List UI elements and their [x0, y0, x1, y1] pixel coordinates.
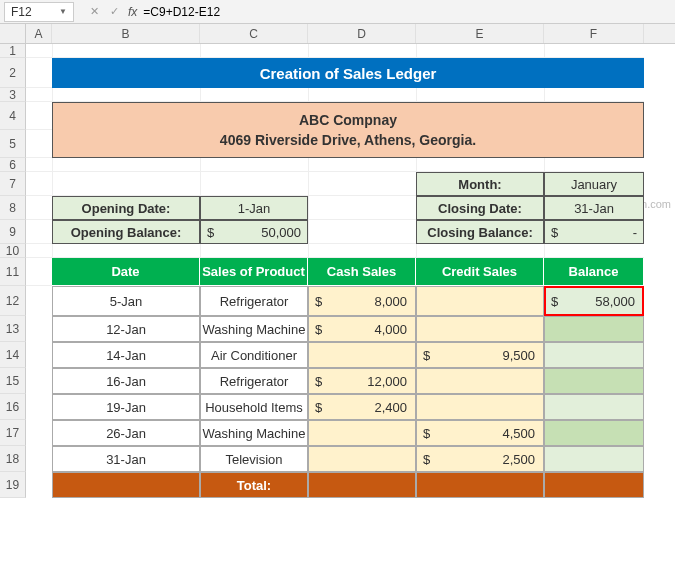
select-all-corner[interactable]	[0, 24, 26, 43]
row-header-3[interactable]: 3	[0, 88, 26, 102]
company-name: ABC Compnay	[299, 112, 397, 128]
table-header-cash: Cash Sales	[308, 258, 416, 286]
row-header-12[interactable]: 12	[0, 286, 26, 316]
row-header-5[interactable]: 5	[0, 130, 26, 158]
table-row-date[interactable]: 26-Jan	[52, 420, 200, 446]
col-header-E[interactable]: E	[416, 24, 544, 43]
total-blank	[52, 472, 200, 498]
row-header-2[interactable]: 2	[0, 58, 26, 88]
closing-date-label: Closing Date:	[416, 196, 544, 220]
table-row-balance[interactable]	[544, 342, 644, 368]
total-balance[interactable]	[544, 472, 644, 498]
table-row-credit[interactable]: $2,500	[416, 446, 544, 472]
table-row-credit[interactable]: $9,500	[416, 342, 544, 368]
formula-bar[interactable]	[141, 3, 675, 21]
accept-formula-button: ✓	[104, 2, 124, 22]
table-header-product: Sales of Product	[200, 258, 308, 286]
table-row-balance[interactable]: $58,000	[544, 286, 644, 316]
table-row-credit[interactable]	[416, 368, 544, 394]
opening-balance-label: Opening Balance:	[52, 220, 200, 244]
cancel-formula-button: ✕	[84, 2, 104, 22]
company-address: 4069 Riverside Drive, Athens, Georgia.	[220, 132, 476, 148]
table-row-date[interactable]: 19-Jan	[52, 394, 200, 420]
closing-balance-label: Closing Balance:	[416, 220, 544, 244]
table-row-balance[interactable]	[544, 316, 644, 342]
opening-date-label: Opening Date:	[52, 196, 200, 220]
month-label: Month:	[416, 172, 544, 196]
table-row-product[interactable]: Washing Machine	[200, 316, 308, 342]
row-header-6[interactable]: 6	[0, 158, 26, 172]
table-row-date[interactable]: 12-Jan	[52, 316, 200, 342]
table-row-date[interactable]: 16-Jan	[52, 368, 200, 394]
table-row-product[interactable]: Refrigerator	[200, 368, 308, 394]
closing-date-value[interactable]: 31-Jan	[544, 196, 644, 220]
table-row-cash[interactable]	[308, 420, 416, 446]
total-cash[interactable]	[308, 472, 416, 498]
row-header-17[interactable]: 17	[0, 420, 26, 446]
table-row-product[interactable]: Air Conditioner	[200, 342, 308, 368]
col-header-D[interactable]: D	[308, 24, 416, 43]
table-row-balance[interactable]	[544, 368, 644, 394]
table-row-cash[interactable]: $8,000	[308, 286, 416, 316]
cell-ref: F12	[11, 5, 32, 19]
table-row-credit[interactable]	[416, 316, 544, 342]
opening-date-value[interactable]: 1-Jan	[200, 196, 308, 220]
table-header-date: Date	[52, 258, 200, 286]
row-header-14[interactable]: 14	[0, 342, 26, 368]
table-row-cash[interactable]: $12,000	[308, 368, 416, 394]
table-row-cash[interactable]	[308, 342, 416, 368]
table-header-credit: Credit Sales	[416, 258, 544, 286]
table-row-cash[interactable]: $2,400	[308, 394, 416, 420]
row-header-13[interactable]: 13	[0, 316, 26, 342]
row-header-4[interactable]: 4	[0, 102, 26, 130]
row-header-19[interactable]: 19	[0, 472, 26, 498]
company-box: ABC Compnay 4069 Riverside Drive, Athens…	[52, 102, 644, 158]
table-row-date[interactable]: 5-Jan	[52, 286, 200, 316]
total-credit[interactable]	[416, 472, 544, 498]
row-header-15[interactable]: 15	[0, 368, 26, 394]
col-header-C[interactable]: C	[200, 24, 308, 43]
row-header-8[interactable]: 8	[0, 196, 26, 220]
row-header-9[interactable]: 9	[0, 220, 26, 244]
table-row-product[interactable]: Television	[200, 446, 308, 472]
table-header-balance: Balance	[544, 258, 644, 286]
row-header-1[interactable]: 1	[0, 44, 26, 58]
fx-icon[interactable]: fx	[128, 5, 137, 19]
row-header-10[interactable]: 10	[0, 244, 26, 258]
table-row-product[interactable]: Refrigerator	[200, 286, 308, 316]
table-row-balance[interactable]	[544, 394, 644, 420]
row-header-11[interactable]: 11	[0, 258, 26, 286]
col-header-F[interactable]: F	[544, 24, 644, 43]
col-header-B[interactable]: B	[52, 24, 200, 43]
opening-balance-value[interactable]: $ 50,000	[200, 220, 308, 244]
row-header-7[interactable]: 7	[0, 172, 26, 196]
table-row-date[interactable]: 31-Jan	[52, 446, 200, 472]
month-value[interactable]: January	[544, 172, 644, 196]
table-row-balance[interactable]	[544, 446, 644, 472]
table-row-credit[interactable]	[416, 394, 544, 420]
table-row-cash[interactable]: $4,000	[308, 316, 416, 342]
row-header-16[interactable]: 16	[0, 394, 26, 420]
table-row-cash[interactable]	[308, 446, 416, 472]
dropdown-icon: ▼	[59, 7, 67, 16]
table-row-balance[interactable]	[544, 420, 644, 446]
table-row-credit[interactable]	[416, 286, 544, 316]
table-row-product[interactable]: Household Items	[200, 394, 308, 420]
total-label: Total:	[200, 472, 308, 498]
table-row-product[interactable]: Washing Machine	[200, 420, 308, 446]
row-header-18[interactable]: 18	[0, 446, 26, 472]
col-header-A[interactable]: A	[26, 24, 52, 43]
closing-balance-value[interactable]: $ -	[544, 220, 644, 244]
table-row-date[interactable]: 14-Jan	[52, 342, 200, 368]
page-title: Creation of Sales Ledger	[52, 58, 644, 88]
name-box[interactable]: F12 ▼	[4, 2, 74, 22]
table-row-credit[interactable]: $4,500	[416, 420, 544, 446]
